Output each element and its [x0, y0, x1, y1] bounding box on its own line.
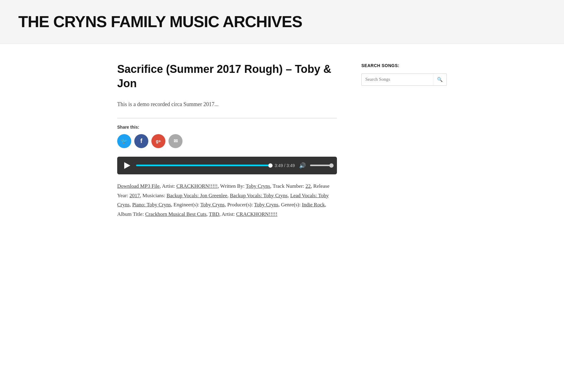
- album-title-link[interactable]: Crackhorn Musical Best Cuts: [145, 211, 207, 217]
- email-icon: ✉: [174, 138, 178, 144]
- sidebar: SEARCH SONGS: 🔍: [361, 62, 447, 219]
- facebook-icon: f: [140, 137, 143, 144]
- main-content: Sacrifice (Summer 2017 Rough) – Toby & J…: [117, 62, 337, 219]
- post-title: Sacrifice (Summer 2017 Rough) – Toby & J…: [117, 62, 337, 91]
- search-songs-label: SEARCH SONGS:: [361, 62, 447, 69]
- search-input[interactable]: [362, 74, 433, 85]
- musicians-backup2-link[interactable]: Backup Vocals: Toby Cryns: [230, 193, 287, 198]
- play-button[interactable]: [123, 161, 132, 170]
- email-share-button[interactable]: ✉: [168, 134, 183, 148]
- googleplus-icon: g+: [156, 139, 161, 144]
- share-buttons: 🐦 f g+ ✉: [117, 134, 337, 148]
- site-content: Sacrifice (Summer 2017 Rough) – Toby & J…: [99, 44, 465, 237]
- share-label: Share this:: [117, 124, 337, 130]
- artist-footer-link[interactable]: CRACKHORN!!!!!: [236, 211, 277, 217]
- volume-bar[interactable]: [310, 165, 331, 166]
- post-description: This is a demo recorded circa Summer 201…: [117, 100, 337, 109]
- musicians-piano-link[interactable]: Piano: Toby Cryns: [132, 202, 171, 208]
- audio-total-time: 3:49: [287, 163, 295, 168]
- volume-fill: [310, 165, 331, 166]
- musicians-backup1-link[interactable]: Backup Vocals: Jon Greenlee: [167, 193, 227, 198]
- site-title: THE CRYNS FAMILY MUSIC ARCHIVES: [18, 9, 546, 34]
- audio-progress-fill: [136, 165, 270, 166]
- audio-time-display: 3:49 / 3:49: [275, 162, 295, 169]
- twitter-icon: 🐦: [121, 138, 128, 144]
- audio-player: 3:49 / 3:49 🔊: [117, 157, 337, 174]
- engineers-link[interactable]: Toby Cryns: [201, 202, 225, 208]
- volume-icon[interactable]: 🔊: [299, 161, 306, 170]
- genre-link[interactable]: Indie Rock: [302, 202, 325, 208]
- twitter-share-button[interactable]: 🐦: [117, 134, 131, 148]
- artist-link[interactable]: CRACKHORN!!!!!: [176, 183, 218, 189]
- googleplus-share-button[interactable]: g+: [151, 134, 165, 148]
- search-icon: 🔍: [437, 77, 443, 82]
- search-submit-button[interactable]: 🔍: [433, 74, 446, 85]
- audio-progress-knob: [268, 163, 273, 168]
- release-year-link[interactable]: 2017: [129, 193, 140, 198]
- site-header: THE CRYNS FAMILY MUSIC ARCHIVES: [0, 0, 564, 44]
- audio-current-time: 3:49: [275, 163, 283, 168]
- share-divider: [117, 118, 337, 118]
- post-meta: Download MP3 File, Artist: CRACKHORN!!!!…: [117, 182, 337, 219]
- album-tbd-link[interactable]: TBD: [209, 211, 219, 217]
- audio-time-separator: /: [284, 163, 287, 168]
- facebook-share-button[interactable]: f: [134, 134, 148, 148]
- written-by-link[interactable]: Toby Cryns: [246, 183, 270, 189]
- download-mp3-link[interactable]: Download MP3 File: [117, 183, 160, 189]
- producers-link[interactable]: Toby Cryns: [254, 202, 279, 208]
- volume-knob: [329, 163, 334, 168]
- search-form: 🔍: [361, 73, 447, 86]
- audio-progress-bar[interactable]: [136, 165, 270, 166]
- track-number-link[interactable]: 22: [306, 183, 311, 189]
